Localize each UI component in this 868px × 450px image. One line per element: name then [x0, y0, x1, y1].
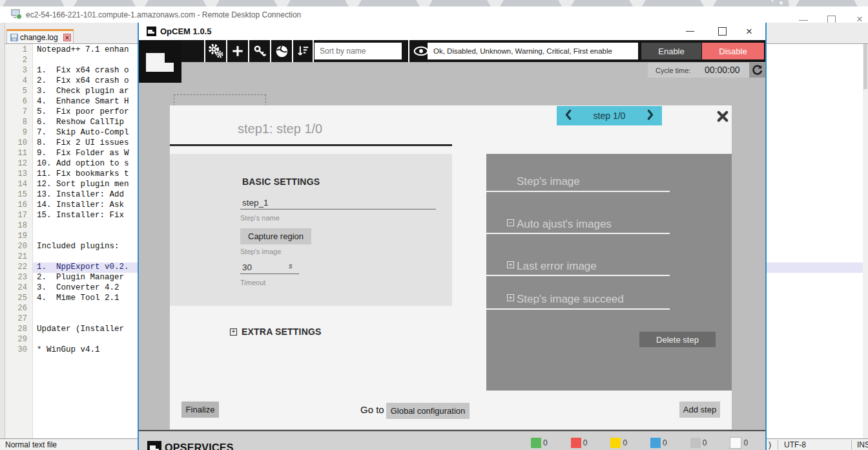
line-number: 2 [5, 56, 27, 65]
chevron-left-icon[interactable] [564, 109, 572, 123]
add-step-button[interactable]: Add step [679, 402, 720, 418]
host-tab [74, 0, 136, 6]
opcem-maximize-icon[interactable] [718, 27, 727, 36]
image-section-label[interactable]: Step's image succeed [517, 293, 624, 306]
add-icon[interactable] [227, 40, 248, 62]
save-icon [10, 34, 18, 41]
global-configuration-button[interactable]: Global configuration [386, 403, 470, 419]
status-filter-input[interactable] [428, 43, 638, 59]
chevron-right-icon[interactable] [647, 109, 654, 123]
image-section-label[interactable]: Step's image [517, 175, 580, 188]
refresh-icon[interactable] [749, 63, 765, 78]
expand-plus-icon[interactable]: + [507, 261, 514, 268]
line-text: 4. Mime Tool 2.1 [37, 294, 119, 303]
tab-label: change.log [20, 33, 58, 42]
extra-settings-title: EXTRA SETTINGS [242, 327, 322, 337]
host-tab [287, 0, 349, 6]
status-count-value: 0 [543, 438, 548, 447]
status-count-value: 0 [743, 438, 748, 447]
status-swatch-info [650, 438, 661, 448]
line-text: 2. Fix x64 crash o [37, 76, 129, 85]
status-swatch-disabled [690, 438, 701, 448]
status-swatch-unknown [730, 437, 741, 449]
line-number: 27 [5, 314, 27, 323]
line-number: 9 [5, 128, 27, 137]
expand-plus-icon[interactable]: + [230, 328, 237, 336]
status-count-value: 0 [703, 438, 707, 447]
image-section-underline [486, 191, 670, 192]
line-text: 14. Installer: Ask [37, 200, 124, 209]
status-counter-info: 0 [650, 437, 667, 449]
collapse-minus-icon[interactable]: − [507, 219, 514, 226]
enable-button[interactable]: Enable [641, 43, 701, 59]
delete-step-button[interactable]: Delete step [639, 332, 716, 347]
line-text: 1. Fix x64 crash o [37, 66, 129, 75]
status-swatch-warning [610, 438, 621, 448]
statusbar-doctype: Normal text file [5, 440, 57, 449]
panel-close-icon[interactable] [716, 110, 729, 123]
opcem-titlebar: OpCEM 1.0.5 × [139, 23, 765, 40]
notepad-left-edge [0, 23, 5, 450]
screen: ec2-54-166-221-101.compute-1.amazonaws.c… [0, 0, 868, 450]
host-tab [571, 0, 633, 6]
heading-rule [170, 144, 452, 146]
step-nav-label: step 1/0 [594, 111, 626, 121]
host-tab [216, 0, 278, 6]
host-tab [500, 0, 562, 6]
globe-icon[interactable] [271, 40, 292, 62]
settings-gears-icon[interactable] [205, 40, 226, 62]
tab-close-icon[interactable]: × [63, 34, 71, 41]
status-count-value: 0 [583, 438, 588, 447]
rdp-minimize-icon[interactable] [799, 20, 808, 21]
line-number: 12 [5, 159, 27, 168]
image-section-underline [486, 275, 670, 276]
line-text: Updater (Installer [37, 325, 124, 334]
extra-settings-toggle[interactable]: + EXTRA SETTINGS [230, 327, 322, 337]
line-text: Notepad++ 7.1 enhan [37, 45, 129, 54]
line-number: 20 [5, 242, 27, 251]
tab-change-log[interactable]: change.log × [6, 29, 74, 44]
line-number: 22 [5, 262, 27, 272]
sort-input[interactable] [315, 43, 402, 59]
editor-scrollbar[interactable] [863, 44, 868, 438]
opcem-close-icon[interactable]: × [746, 25, 752, 38]
toolbar-separator [408, 40, 409, 62]
step-name-label: Step's name [240, 214, 280, 222]
line-number: 3 [5, 66, 27, 75]
key-icon[interactable] [249, 40, 270, 62]
opservices-brand: OPSERVICES [165, 442, 234, 450]
status-swatch-critical [571, 438, 581, 448]
cycle-time-band: Cycle time: 00:00:00 [648, 63, 749, 78]
line-number: 16 [5, 200, 27, 209]
finalize-button[interactable]: Finalize [181, 402, 219, 418]
sort-icon[interactable] [293, 40, 313, 62]
opservices-logo-icon [147, 441, 161, 450]
goto-label: Go to [360, 404, 384, 415]
host-tabs-strip [0, 0, 868, 6]
active-tab-stripe [6, 29, 74, 31]
line-number: 11 [5, 149, 27, 158]
opcem-app-icon [147, 27, 156, 36]
status-count-value: 0 [623, 438, 627, 447]
line-number: 29 [5, 335, 27, 344]
host-tab [3, 0, 65, 6]
opcem-minimize-icon[interactable] [686, 31, 694, 32]
image-section-label[interactable]: Last error image [517, 260, 597, 273]
step-name-input[interactable] [240, 198, 436, 209]
status-counters: 000000 [531, 437, 748, 449]
line-text: 11. Fix bookmarks t [37, 169, 129, 178]
line-text: 6. Reshow CallTip [37, 118, 124, 127]
line-number: 18 [5, 221, 27, 230]
status-swatch-ok [531, 438, 541, 448]
line-number: 5 [5, 87, 27, 96]
expand-plus-icon[interactable]: + [507, 294, 514, 301]
step-image-label: Step's image [240, 248, 281, 255]
timeout-unit: s [289, 262, 293, 270]
capture-region-button[interactable]: Capture region [240, 228, 311, 244]
host-tab [358, 0, 420, 6]
status-counter-disabled: 0 [690, 437, 707, 449]
image-section-label[interactable]: Auto ajust's images [517, 218, 612, 231]
disable-button[interactable]: Disable [702, 43, 764, 59]
timeout-label: Timeout [240, 279, 265, 286]
opcem-logo [139, 40, 181, 83]
